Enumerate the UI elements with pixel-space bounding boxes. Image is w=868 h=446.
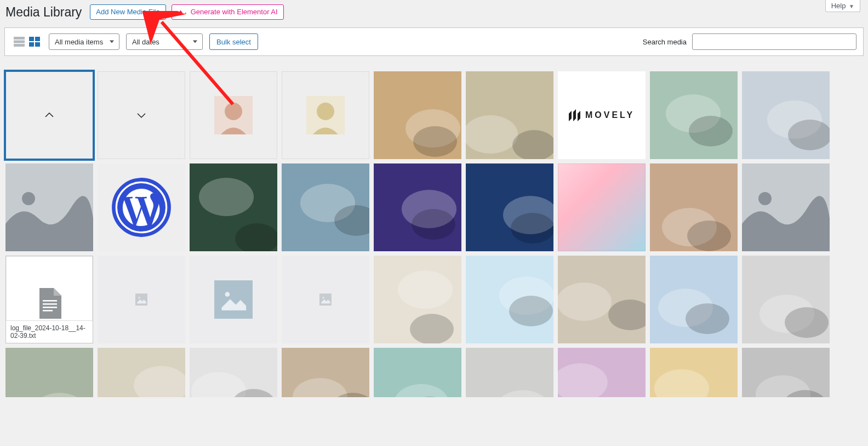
media-tile[interactable] [466, 348, 553, 397]
media-tile[interactable] [282, 71, 369, 159]
media-type-filter[interactable]: All media items [49, 33, 119, 50]
file-name-label: log_file_2024-10-18__14-02-39.txt [6, 320, 93, 343]
media-tile[interactable] [190, 348, 277, 397]
svg-rect-2 [14, 41, 25, 43]
media-tile[interactable] [190, 256, 277, 343]
media-tile[interactable] [374, 163, 461, 251]
media-tile[interactable] [374, 256, 461, 343]
help-tab[interactable]: Help ▼ [825, 0, 860, 12]
media-tile[interactable] [5, 71, 93, 159]
svg-rect-52 [319, 293, 332, 306]
media-tile[interactable] [558, 163, 646, 251]
media-tile[interactable]: MOVELY [558, 71, 646, 159]
svg-point-43 [758, 192, 772, 205]
svg-point-55 [398, 270, 453, 309]
media-tile[interactable] [650, 256, 738, 343]
page-title: Media Library [5, 5, 82, 20]
media-tile[interactable] [650, 348, 738, 397]
svg-point-25 [22, 192, 35, 205]
svg-point-28 [199, 178, 254, 216]
media-tile[interactable] [742, 256, 830, 343]
media-tile[interactable] [190, 163, 277, 251]
svg-point-61 [558, 283, 612, 321]
generate-ai-label: Generate with Elementor AI [191, 7, 278, 17]
svg-point-38 [511, 213, 553, 244]
media-tile-file[interactable]: log_file_2024-10-18__14-02-39.txt [5, 256, 93, 343]
list-icon [14, 37, 25, 47]
svg-rect-7 [35, 42, 40, 47]
svg-point-59 [509, 296, 553, 326]
svg-rect-47 [43, 310, 53, 312]
svg-rect-69 [5, 348, 93, 397]
page-header: Media Library Add New Media File ✦₊ Gene… [0, 0, 868, 27]
search-input[interactable] [692, 33, 856, 50]
grid-icon [29, 37, 40, 47]
media-tile[interactable] [466, 256, 553, 343]
media-tile[interactable] [742, 71, 830, 159]
svg-rect-44 [43, 300, 57, 302]
media-grid: MOVELY [0, 56, 868, 402]
help-label: Help [831, 2, 846, 10]
media-tile[interactable] [466, 71, 553, 159]
media-toolbar: All media items All dates Bulk select Se… [4, 27, 864, 56]
media-tile[interactable] [374, 71, 461, 159]
media-tile[interactable] [558, 348, 646, 397]
bulk-select-button[interactable]: Bulk select [209, 33, 258, 50]
svg-rect-84 [466, 348, 553, 397]
svg-point-41 [687, 221, 731, 251]
media-tile[interactable] [282, 163, 369, 251]
media-tile[interactable] [742, 163, 830, 251]
svg-rect-50 [217, 283, 250, 316]
svg-point-9 [225, 103, 242, 120]
media-tile[interactable] [650, 163, 738, 251]
svg-point-56 [410, 314, 454, 343]
search-wrap: Search media [643, 33, 856, 50]
add-new-media-button[interactable]: Add New Media File [90, 4, 165, 20]
search-label: Search media [643, 38, 687, 46]
media-tile[interactable] [5, 348, 93, 397]
media-tile[interactable] [742, 348, 830, 397]
media-tile[interactable] [558, 256, 646, 343]
sparkle-icon: ✦₊ [178, 9, 187, 16]
media-tile[interactable] [98, 71, 185, 159]
media-tile[interactable] [5, 163, 93, 251]
date-select[interactable]: All dates [126, 33, 203, 50]
svg-rect-6 [29, 42, 34, 47]
media-tile[interactable] [98, 163, 185, 251]
svg-point-53 [322, 297, 324, 298]
svg-rect-45 [43, 303, 57, 305]
svg-rect-46 [43, 307, 57, 308]
svg-rect-3 [14, 44, 25, 47]
svg-rect-1 [14, 37, 25, 39]
generate-ai-button[interactable]: ✦₊ Generate with Elementor AI [172, 4, 284, 20]
grid-view-button[interactable] [27, 35, 42, 48]
svg-point-20 [689, 116, 733, 146]
media-tile[interactable] [190, 71, 277, 159]
svg-rect-4 [29, 37, 34, 41]
media-tile[interactable] [98, 256, 185, 343]
media-tile[interactable] [650, 71, 738, 159]
svg-rect-5 [35, 37, 40, 41]
svg-rect-48 [135, 293, 147, 306]
date-filter[interactable]: All dates [126, 33, 203, 50]
media-tile[interactable] [98, 348, 185, 397]
list-view-button[interactable] [12, 35, 27, 48]
media-tile[interactable] [282, 256, 369, 343]
view-switcher [12, 35, 42, 48]
media-tile[interactable] [282, 348, 369, 397]
svg-point-14 [413, 126, 457, 157]
svg-point-35 [412, 209, 455, 240]
svg-point-49 [138, 297, 140, 298]
svg-point-11 [317, 103, 334, 120]
media-tile[interactable] [374, 348, 461, 397]
media-tile[interactable] [466, 163, 553, 251]
chevron-down-icon: ▼ [849, 3, 854, 9]
media-type-select[interactable]: All media items [49, 33, 119, 50]
svg-point-68 [785, 307, 829, 338]
svg-point-65 [686, 303, 729, 334]
svg-point-51 [225, 292, 230, 297]
